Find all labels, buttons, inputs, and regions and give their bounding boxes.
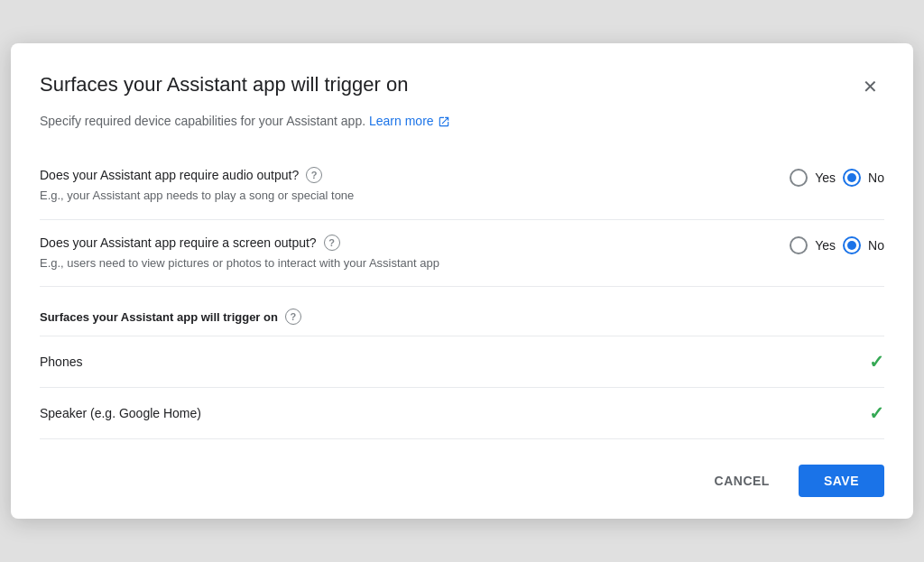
audio-no-text: No (868, 170, 884, 185)
speaker-check-icon: ✓ (869, 402, 884, 424)
close-icon: ✕ (863, 78, 878, 96)
speaker-label: Speaker (e.g. Google Home) (40, 406, 201, 420)
audio-help-icon[interactable]: ? (306, 167, 322, 183)
screen-no-text: No (868, 238, 884, 253)
screen-yes-label[interactable]: Yes (790, 236, 836, 254)
surfaces-header: Surfaces your Assistant app will trigger… (40, 309, 884, 336)
save-button[interactable]: SAVE (799, 465, 884, 497)
screen-question-title: Does your Assistant app require a screen… (40, 235, 761, 251)
audio-yes-label[interactable]: Yes (790, 169, 836, 187)
close-button[interactable]: ✕ (855, 72, 884, 101)
screen-no-radio[interactable] (843, 236, 861, 254)
surfaces-help-icon[interactable]: ? (285, 309, 301, 325)
surfaces-section: Surfaces your Assistant app will trigger… (40, 309, 884, 439)
screen-yes-radio[interactable] (790, 236, 808, 254)
screen-help-icon[interactable]: ? (324, 235, 340, 251)
screen-question-desc: E.g., users need to view pictures or pho… (40, 254, 761, 272)
screen-no-label[interactable]: No (843, 236, 884, 254)
audio-no-radio[interactable] (843, 169, 861, 187)
dialog-footer: CANCEL SAVE (40, 465, 884, 497)
dialog-subtitle: Specify required device capabilities for… (40, 112, 884, 131)
cancel-button[interactable]: CANCEL (693, 465, 791, 497)
audio-question-desc: E.g., your Assistant app needs to play a… (40, 187, 761, 205)
dialog-header: Surfaces your Assistant app will trigger… (40, 72, 884, 101)
audio-no-label[interactable]: No (843, 169, 884, 187)
audio-yes-text: Yes (815, 170, 836, 185)
dialog: Surfaces your Assistant app will trigger… (11, 43, 913, 519)
phones-check-icon: ✓ (869, 351, 884, 373)
speaker-row: Speaker (e.g. Google Home) ✓ (40, 388, 884, 439)
audio-yes-radio[interactable] (790, 169, 808, 187)
audio-radio-group: Yes No (790, 167, 884, 187)
external-link-icon (438, 115, 450, 128)
audio-question-left: Does your Assistant app require audio ou… (40, 167, 761, 205)
screen-question-row: Does your Assistant app require a screen… (40, 220, 884, 288)
learn-more-link[interactable]: Learn more (369, 112, 450, 131)
dialog-title: Surfaces your Assistant app will trigger… (40, 72, 408, 98)
phones-label: Phones (40, 355, 82, 369)
screen-radio-group: Yes No (790, 235, 884, 254)
phones-row: Phones ✓ (40, 336, 884, 388)
audio-question-title: Does your Assistant app require audio ou… (40, 167, 761, 183)
screen-question-left: Does your Assistant app require a screen… (40, 235, 761, 272)
screen-yes-text: Yes (815, 238, 836, 253)
audio-question-row: Does your Assistant app require audio ou… (40, 152, 884, 220)
